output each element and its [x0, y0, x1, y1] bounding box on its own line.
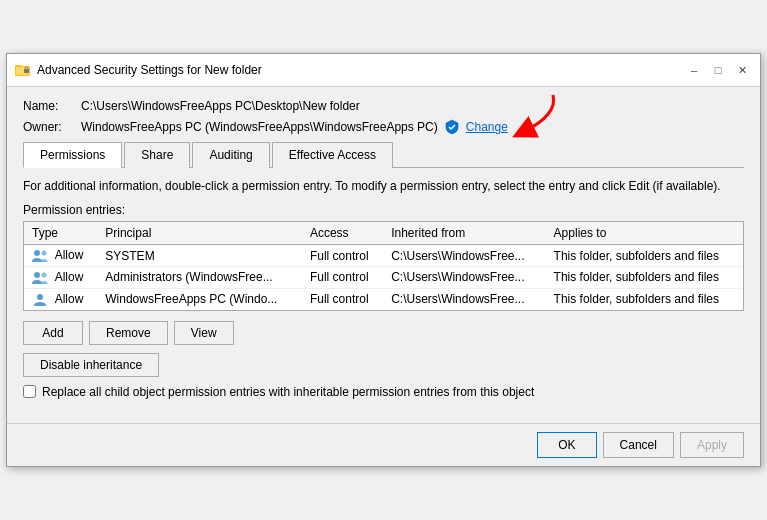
row2-applies: This folder, subfolders and files — [546, 266, 743, 288]
main-window: Advanced Security Settings for New folde… — [6, 53, 761, 466]
dialog-content: Name: C:\Users\WindowsFreeApps PC\Deskto… — [7, 87, 760, 422]
apply-button[interactable]: Apply — [680, 432, 744, 458]
row2-inherited: C:\Users\WindowsFree... — [383, 266, 545, 288]
red-arrow-annotation — [503, 90, 563, 140]
user-icon — [32, 271, 48, 285]
ok-button[interactable]: OK — [537, 432, 596, 458]
row3-access: Full control — [302, 288, 383, 309]
owner-value: WindowsFreeApps PC (WindowsFreeApps\Wind… — [81, 120, 438, 134]
owner-label: Owner: — [23, 120, 73, 134]
folder-icon — [15, 62, 31, 78]
owner-row: Owner: WindowsFreeApps PC (WindowsFreeAp… — [23, 119, 744, 135]
remove-button[interactable]: Remove — [89, 321, 168, 345]
name-label: Name: — [23, 99, 73, 113]
title-bar: Advanced Security Settings for New folde… — [7, 54, 760, 87]
row1-principal: SYSTEM — [97, 245, 302, 267]
description-text: For additional information, double-click… — [23, 178, 744, 195]
disable-inheritance-button[interactable]: Disable inheritance — [23, 353, 159, 377]
tab-auditing[interactable]: Auditing — [192, 142, 269, 168]
name-row: Name: C:\Users\WindowsFreeApps PC\Deskto… — [23, 99, 744, 113]
tab-permissions[interactable]: Permissions — [23, 142, 122, 168]
row1-applies: This folder, subfolders and files — [546, 245, 743, 267]
row2-principal: Administrators (WindowsFree... — [97, 266, 302, 288]
replace-checkbox-label: Replace all child object permission entr… — [42, 385, 534, 399]
maximize-button[interactable]: □ — [708, 60, 728, 80]
svg-point-4 — [34, 250, 40, 256]
cancel-button[interactable]: Cancel — [603, 432, 674, 458]
svg-point-5 — [42, 250, 47, 255]
svg-rect-3 — [24, 69, 29, 73]
table-row[interactable]: Allow SYSTEM Full control C:\Users\Windo… — [24, 245, 743, 267]
shield-icon — [444, 119, 460, 135]
col-inherited-from: Inherited from — [383, 222, 545, 245]
permissions-table: Type Principal Access Inherited from App… — [24, 222, 743, 309]
tab-share[interactable]: Share — [124, 142, 190, 168]
name-value: C:\Users\WindowsFreeApps PC\Desktop\New … — [81, 99, 360, 113]
table-row[interactable]: Allow Administrators (WindowsFree... Ful… — [24, 266, 743, 288]
row1-access: Full control — [302, 245, 383, 267]
tab-bar: Permissions Share Auditing Effective Acc… — [23, 141, 744, 168]
row2-type: Allow — [24, 266, 97, 288]
change-link[interactable]: Change — [466, 120, 508, 134]
svg-point-6 — [34, 272, 40, 278]
dialog-footer: OK Cancel Apply — [7, 423, 760, 466]
col-access: Access — [302, 222, 383, 245]
row3-applies: This folder, subfolders and files — [546, 288, 743, 309]
user-icon — [32, 249, 48, 263]
title-bar-controls: – □ ✕ — [684, 60, 752, 80]
minimize-button[interactable]: – — [684, 60, 704, 80]
window-title: Advanced Security Settings for New folde… — [37, 63, 262, 77]
row-action-buttons: Add Remove View — [23, 321, 744, 345]
row3-inherited: C:\Users\WindowsFree... — [383, 288, 545, 309]
table-header-row: Type Principal Access Inherited from App… — [24, 222, 743, 245]
row1-type: Allow — [24, 245, 97, 267]
user-icon — [32, 293, 48, 307]
tab-effective-access[interactable]: Effective Access — [272, 142, 393, 168]
row2-access: Full control — [302, 266, 383, 288]
table-row[interactable]: Allow WindowsFreeApps PC (Windo... Full … — [24, 288, 743, 309]
permission-entries-label: Permission entries: — [23, 203, 744, 217]
row3-principal: WindowsFreeApps PC (Windo... — [97, 288, 302, 309]
owner-info: WindowsFreeApps PC (WindowsFreeApps\Wind… — [81, 119, 508, 135]
title-bar-left: Advanced Security Settings for New folde… — [15, 62, 262, 78]
add-button[interactable]: Add — [23, 321, 83, 345]
replace-checkbox[interactable] — [23, 385, 36, 398]
svg-point-7 — [42, 272, 47, 277]
col-applies-to: Applies to — [546, 222, 743, 245]
view-button[interactable]: View — [174, 321, 234, 345]
permissions-table-wrapper: Type Principal Access Inherited from App… — [23, 221, 744, 310]
row3-type: Allow — [24, 288, 97, 309]
col-type: Type — [24, 222, 97, 245]
svg-point-8 — [37, 294, 43, 300]
replace-checkbox-row: Replace all child object permission entr… — [23, 385, 744, 399]
col-principal: Principal — [97, 222, 302, 245]
change-link-wrapper: Change — [466, 120, 508, 134]
row1-inherited: C:\Users\WindowsFree... — [383, 245, 545, 267]
close-button[interactable]: ✕ — [732, 60, 752, 80]
